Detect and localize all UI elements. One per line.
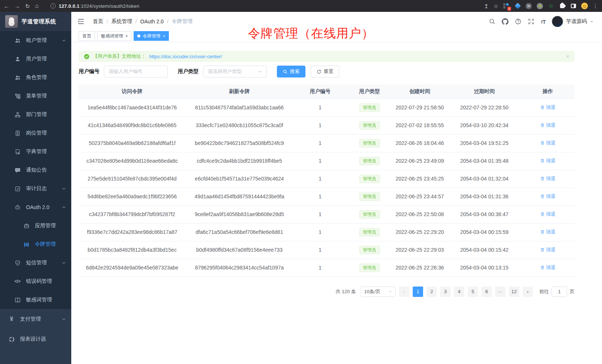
search-icon[interactable]	[489, 18, 495, 25]
user-dropdown[interactable]: 芋道源码	[552, 16, 594, 27]
reload-icon[interactable]: ↻	[25, 3, 30, 9]
sidebar-item-错误码管理[interactable]: </>错误码管理	[0, 272, 71, 291]
profile-avatar-icon[interactable]: ☺	[581, 3, 588, 9]
access-token-cell: 502375b8040a469a9b82188afdf6af1f	[79, 134, 186, 152]
sidebar-item-应用管理[interactable]: 应用管理	[0, 216, 71, 235]
filter-form: 用户编号 请输入用户编号 用户类型 请选择用户类型 搜索	[79, 66, 575, 77]
sidebar-item-label: 审计日志	[26, 185, 47, 192]
sidebar-item-通知公告[interactable]: 通知公告	[0, 161, 71, 179]
expire-time-cell: 2054-03-04 19:51:25	[448, 134, 521, 152]
force-logout-button[interactable]: 强退	[540, 140, 556, 146]
sidebar-item-字典管理[interactable]: 字典管理	[0, 142, 71, 161]
force-logout-label: 强退	[546, 158, 556, 164]
sidebar-item-租户管理[interactable]: 租户管理	[0, 31, 71, 50]
extension-badge: 9	[507, 7, 511, 11]
tab-label: 首页	[82, 33, 91, 39]
site-info-icon[interactable]: i	[50, 3, 56, 9]
goto-page-input[interactable]	[552, 287, 567, 297]
fullscreen-icon[interactable]	[528, 18, 534, 25]
sidebar-item-OAuth 2.0[interactable]: OAuth 2.0	[0, 198, 71, 216]
doc-link[interactable]: https://doc.iocoder.cn/user-center/	[149, 54, 222, 59]
close-icon[interactable]: ×	[125, 34, 128, 38]
sidebar-collapse-icon[interactable]	[77, 18, 85, 25]
force-logout-button[interactable]: 强退	[540, 229, 556, 235]
home-icon[interactable]: ⌂	[35, 3, 39, 9]
force-logout-button[interactable]: 强退	[540, 104, 556, 111]
user-id-cell: 1	[293, 259, 347, 277]
extension-gem-icon[interactable]	[514, 3, 521, 9]
extension-puzzle-icon[interactable]	[559, 3, 565, 9]
edit-icon	[14, 185, 21, 192]
sidebar-item-角色管理[interactable]: 角色管理	[0, 68, 71, 87]
sidebar-item-label: 通知公告	[26, 167, 47, 173]
page-button-4[interactable]: 4	[454, 287, 464, 297]
back-arrow-icon[interactable]: ←	[4, 3, 9, 9]
page-button-6[interactable]: 6	[481, 287, 492, 297]
sidebar-item-菜单管理[interactable]: 菜单管理	[0, 87, 71, 105]
help-icon[interactable]	[515, 18, 521, 25]
sidebar-item-岗位管理[interactable]: 岗位管理	[0, 124, 71, 142]
tab-首页[interactable]: 首页	[79, 31, 95, 41]
breadcrumb-item-首页[interactable]: 首页	[93, 18, 103, 25]
extension-command-icon[interactable]: ⌘	[526, 3, 532, 9]
force-logout-button[interactable]: 强退	[540, 193, 556, 200]
force-logout-button[interactable]: 强退	[540, 264, 556, 271]
prev-page-button[interactable]: ‹	[399, 287, 409, 297]
chat-icon	[14, 167, 21, 173]
expire-time-cell: 2054-03-04 01:32:04	[448, 170, 521, 188]
page-button-12[interactable]: 12	[509, 287, 519, 297]
sidebar-item-短信管理[interactable]: 短信管理	[0, 254, 71, 272]
more-pages-button[interactable]: ···	[495, 287, 506, 297]
force-logout-button[interactable]: 强退	[540, 122, 556, 129]
force-logout-button[interactable]: 强退	[540, 175, 556, 182]
user-type-select[interactable]: 请选择用户类型	[203, 66, 267, 77]
refresh-token-cell: 811c530487574fa0af1a59d3abc1aa66	[186, 99, 293, 116]
sidebar-item-报表设计器[interactable]: 报表设计器	[0, 329, 71, 349]
browser-toolbar: ← → ↻ ⌂ i 127.0.0.1:1024/system/oauth2/t…	[0, 0, 602, 12]
tab-令牌管理[interactable]: 令牌管理×	[134, 31, 169, 41]
breadcrumb-item-OAuth 2.0[interactable]: OAuth 2.0	[140, 19, 164, 24]
page-size-select[interactable]: 10条/页	[361, 287, 396, 297]
trash-icon	[540, 123, 545, 128]
forward-arrow-icon[interactable]: →	[14, 3, 20, 9]
address-bar[interactable]: i 127.0.0.1:1024/system/oauth2/token	[50, 3, 479, 9]
url-text[interactable]: 127.0.0.1:1024/system/oauth2/token	[59, 3, 139, 9]
search-button[interactable]: 搜索	[277, 66, 305, 77]
bookmark-star-icon[interactable]: ☆	[494, 3, 498, 9]
user-type-tag: 管理员	[359, 246, 380, 254]
user-id-input[interactable]: 请输入用户编号	[104, 66, 168, 77]
expire-time-cell: 2022-07-29 22:28:50	[448, 99, 521, 116]
close-icon[interactable]: ×	[163, 34, 165, 38]
force-logout-button[interactable]: 强退	[540, 158, 556, 164]
app-logo[interactable]: 芋道管理系统	[0, 12, 71, 31]
sidebar-item-令牌管理[interactable]: (a)令牌管理	[0, 235, 71, 254]
reset-button[interactable]: 重置	[311, 66, 339, 77]
extension-grid-icon[interactable]: 9	[503, 3, 510, 9]
sidebar-item-用户管理[interactable]: 用户管理	[0, 50, 71, 68]
font-size-icon[interactable]: TT	[541, 19, 546, 25]
browser-menu-icon[interactable]: ⋮	[593, 3, 598, 9]
force-logout-label: 强退	[546, 229, 556, 235]
chevron-down-icon	[62, 261, 66, 265]
extension-star-icon[interactable]: ☆	[548, 3, 554, 9]
page-button-3[interactable]: 3	[440, 287, 451, 297]
sidebar-item-支付管理[interactable]: ¥支付管理	[0, 309, 71, 329]
create-time-cell: 2022-07-02 18:55:55	[392, 116, 448, 134]
share-icon[interactable]: ↥	[484, 3, 489, 9]
tab-敏感词管理[interactable]: 敏感词管理×	[97, 31, 131, 41]
page-button-5[interactable]: 5	[468, 287, 478, 297]
next-page-button[interactable]: ›	[523, 287, 533, 297]
page-button-1[interactable]: 1	[413, 287, 423, 297]
extension-panel-icon[interactable]	[570, 3, 576, 9]
sidebar-item-审计日志[interactable]: 审计日志	[0, 179, 71, 198]
close-icon[interactable]: ×	[566, 53, 569, 59]
goto-unit: 页	[570, 288, 575, 295]
page-button-2[interactable]: 2	[426, 287, 437, 297]
breadcrumb-item-系统管理[interactable]: 系统管理	[111, 18, 132, 25]
github-icon[interactable]	[502, 18, 508, 25]
sidebar-item-部门管理[interactable]: 部门管理	[0, 105, 71, 124]
sidebar-item-敏感词管理[interactable]: 敏感词管理	[0, 291, 71, 309]
extension-record-icon[interactable]	[537, 3, 543, 9]
force-logout-button[interactable]: 强退	[540, 211, 556, 218]
force-logout-button[interactable]: 强退	[540, 246, 556, 253]
